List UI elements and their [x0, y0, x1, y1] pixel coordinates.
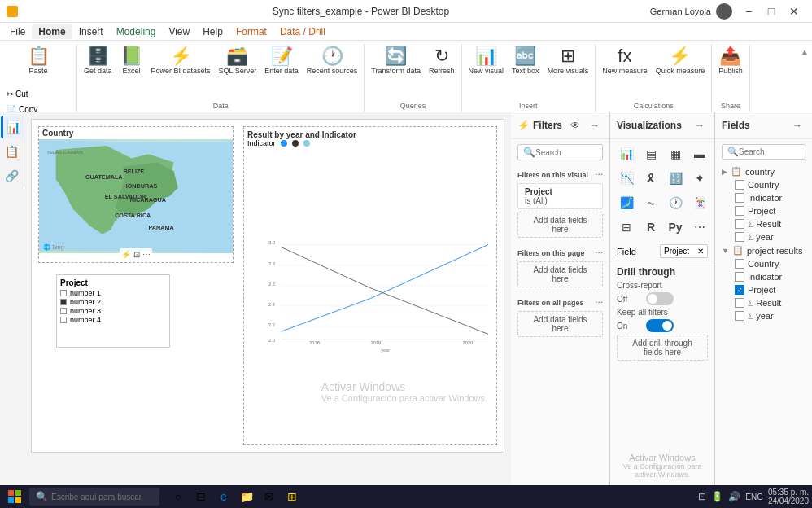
close-button[interactable]: ✕	[783, 0, 805, 23]
fields-search-input[interactable]	[739, 147, 800, 156]
viz-r-script[interactable]: R	[640, 216, 662, 239]
country-child-indicator[interactable]: Indicator	[715, 191, 812, 204]
menu-view[interactable]: View	[162, 24, 196, 39]
menu-home[interactable]: Home	[32, 24, 72, 39]
pr-year-checkbox[interactable]	[735, 311, 744, 321]
country-country-checkbox[interactable]	[735, 180, 744, 190]
ribbon-collapse-button[interactable]: ▲	[797, 44, 812, 112]
filters-page-add-button[interactable]: Add data fields here	[517, 261, 603, 287]
viz-funnel[interactable]: ⏦	[640, 191, 662, 214]
filters-allpages-more[interactable]: ⋯	[595, 298, 603, 307]
viz-stacked-bar[interactable]: ▤	[640, 142, 662, 165]
taskbar-app-icon[interactable]: ⊞	[283, 488, 301, 506]
taskbar-search-box[interactable]: 🔍	[29, 488, 159, 506]
taskbar-cortana-icon[interactable]: ○	[169, 488, 187, 506]
viz-horizontal-bar[interactable]: ▬	[688, 142, 711, 165]
quick-measure-button[interactable]: ⚡Quick measure	[653, 46, 709, 94]
taskbar-edge-icon[interactable]: e	[215, 488, 233, 506]
paste-button[interactable]: 📋 Paste	[3, 46, 73, 85]
transform-button[interactable]: 🔄Transform data	[368, 46, 424, 94]
country-child-result[interactable]: Σ Result	[715, 217, 812, 230]
filters-expand-button[interactable]: →	[587, 117, 603, 134]
filters-allpages-add-button[interactable]: Add data fields here	[517, 311, 603, 337]
visual-focus-icon[interactable]: ⊡	[133, 250, 140, 259]
viz-python[interactable]: Py	[664, 216, 687, 239]
sql-server-button[interactable]: 🗃️SQL Server	[216, 46, 260, 94]
refresh-button[interactable]: ↻Refresh	[426, 46, 458, 94]
pr-child-result[interactable]: Σ Result	[715, 296, 812, 309]
taskbar-taskview-icon[interactable]: ⊟	[192, 488, 210, 506]
viz-100pct-bar[interactable]: ▦	[664, 142, 687, 165]
powerbi-datasets-button[interactable]: ⚡Power BI datasets	[148, 46, 214, 94]
cross-report-toggle[interactable]	[646, 292, 674, 305]
viz-filled-map[interactable]: 🗾	[615, 191, 638, 214]
filter-project-item[interactable]: Project is (All)	[517, 183, 603, 209]
menu-help[interactable]: Help	[196, 24, 229, 39]
data-view-button[interactable]: 📋	[1, 140, 24, 163]
menu-modeling[interactable]: Modeling	[110, 24, 163, 39]
filters-visual-add-button[interactable]: Add data fields here	[517, 212, 603, 238]
viz-card[interactable]: 🃏	[688, 191, 711, 214]
taskbar-speaker-icon[interactable]: 🔊	[728, 491, 740, 502]
taskbar-search-input[interactable]	[51, 493, 141, 501]
country-project-checkbox[interactable]	[735, 206, 744, 216]
keep-filters-toggle[interactable]	[646, 319, 674, 332]
filters-search-input[interactable]	[535, 148, 597, 157]
minimize-button[interactable]: −	[737, 0, 760, 23]
menu-file[interactable]: File	[3, 24, 32, 39]
start-button[interactable]	[3, 485, 26, 508]
report-view-button[interactable]: 📊	[1, 116, 24, 138]
fields-search-box[interactable]: 🔍	[722, 144, 805, 160]
field-dropdown[interactable]: Project ✕	[660, 244, 708, 258]
filters-page-more[interactable]: ⋯	[595, 248, 603, 257]
taskbar-mail-icon[interactable]: ✉	[260, 488, 278, 506]
country-child-year[interactable]: Σ year	[715, 230, 812, 243]
restore-button[interactable]: □	[760, 0, 783, 23]
menu-format[interactable]: Format	[229, 24, 273, 39]
copy-button[interactable]: 📄 Copy	[3, 102, 73, 112]
pr-result-checkbox[interactable]	[735, 298, 744, 308]
new-visual-button[interactable]: 📊New visual	[465, 46, 508, 94]
menu-insert[interactable]: Insert	[72, 24, 110, 39]
country-year-checkbox[interactable]	[735, 232, 744, 242]
viz-bar-chart[interactable]: 📊	[615, 142, 638, 165]
country-child-project[interactable]: Project	[715, 204, 812, 217]
viz-more[interactable]: ⋯	[688, 216, 711, 239]
publish-button[interactable]: 📤Publish	[715, 46, 746, 94]
pr-child-year[interactable]: Σ year	[715, 309, 812, 322]
cut-button[interactable]: ✂ Cut	[3, 86, 73, 101]
viz-line-bar[interactable]: 📉	[615, 167, 638, 190]
viz-ribbon[interactable]: 🎗	[640, 167, 662, 190]
project-results-group-item[interactable]: ▼ 📋 project results	[715, 243, 812, 257]
pr-project-checkbox[interactable]: ✓	[735, 285, 744, 295]
pr-indicator-checkbox[interactable]	[735, 272, 744, 282]
model-view-button[interactable]: 🔗	[1, 164, 24, 187]
recent-sources-button[interactable]: 🕐Recent sources	[303, 46, 361, 94]
project-results-expand-arrow[interactable]: ▼	[722, 247, 729, 255]
enter-data-button[interactable]: 📝Enter data	[261, 46, 302, 94]
pr-child-indicator[interactable]: Indicator	[715, 270, 812, 283]
excel-button[interactable]: 📗Excel	[117, 46, 146, 94]
viz-scatter[interactable]: ✦	[688, 167, 711, 190]
viz-gauge[interactable]: 🕐	[664, 191, 687, 214]
country-group-item[interactable]: ▶ 📋 country	[715, 164, 812, 178]
country-indicator-checkbox[interactable]	[735, 193, 744, 203]
country-result-checkbox[interactable]	[735, 219, 744, 229]
taskbar-folder-icon[interactable]: 📁	[238, 488, 255, 506]
filters-eye-button[interactable]: 👁	[567, 117, 583, 134]
visual-filter-icon[interactable]: ⚡	[121, 250, 131, 259]
country-expand-arrow[interactable]: ▶	[722, 168, 727, 176]
fields-expand-button[interactable]: →	[789, 117, 805, 134]
get-data-button[interactable]: 🗄️Get data	[81, 46, 116, 94]
visual-more-icon[interactable]: ⋯	[142, 250, 151, 259]
more-visuals-button[interactable]: ⊞More visuals	[544, 46, 592, 94]
taskbar-notification-icon[interactable]: ⊡	[698, 491, 706, 502]
menu-data-drill[interactable]: Data / Drill	[273, 24, 332, 39]
text-box-button[interactable]: 🔤Text box	[509, 46, 543, 94]
viz-expand-button[interactable]: →	[692, 117, 708, 134]
filters-visual-more[interactable]: ⋯	[595, 170, 603, 179]
new-measure-button[interactable]: fxNew measure	[599, 46, 651, 94]
viz-matrix[interactable]: ⊟	[615, 216, 638, 239]
filters-search-box[interactable]: 🔍	[517, 144, 603, 160]
viz-waterfall[interactable]: 🔢	[664, 167, 687, 190]
